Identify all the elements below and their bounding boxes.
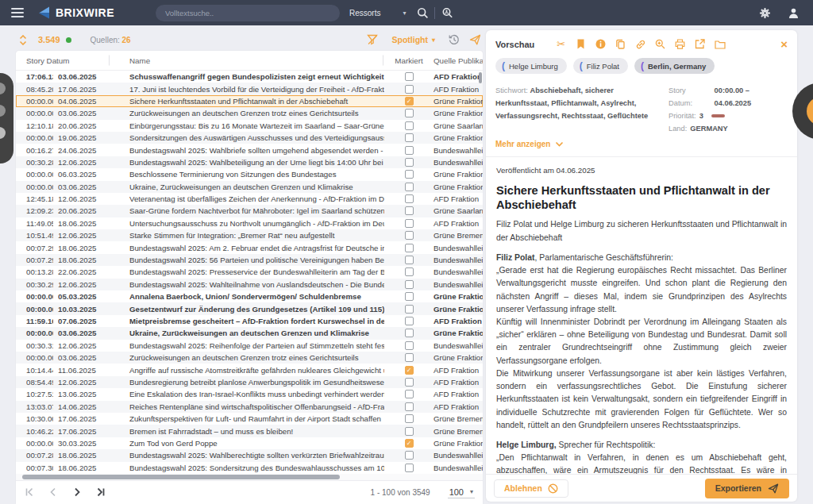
row-checkbox[interactable] (405, 206, 414, 215)
entity-chip[interactable]: (Filiz Polat (573, 58, 628, 74)
row-checkbox[interactable] (405, 267, 414, 276)
row-checkbox[interactable] (405, 219, 414, 228)
search-input[interactable] (165, 9, 330, 17)
row-checkbox[interactable] (405, 170, 414, 179)
row-checkbox[interactable] (405, 146, 414, 155)
table-row[interactable]: 00:30.2912.06.2025Bundestagswahl 2025: W… (16, 279, 483, 290)
row-checkbox[interactable] (405, 121, 414, 130)
page-size-select[interactable]: 100 ▾ (448, 487, 475, 498)
info-icon[interactable] (595, 38, 607, 50)
folder-icon[interactable] (714, 38, 726, 50)
table-row[interactable]: 00:00.0030.03.2025Zum Tod von Gerd Poppe… (16, 437, 483, 449)
row-checkbox[interactable] (405, 109, 414, 117)
table-row[interactable]: 00:00.0003.06.2025Ukraine, Zurückweisung… (16, 327, 483, 339)
scrollbar-thumb[interactable] (22, 475, 340, 479)
row-checkbox[interactable] (405, 402, 414, 411)
table-row[interactable]: 00:16.2724.06.2025Bundestagswahl 2025: W… (16, 144, 483, 156)
first-page-icon[interactable] (17, 483, 41, 501)
export-button[interactable]: Exportieren (705, 479, 789, 498)
table-row[interactable]: 10:46.2217.06.2025Bremen ist Fahrradstad… (16, 425, 483, 437)
table-row[interactable]: 11:59.1607.06.2025Mietpreisbremse gesche… (16, 315, 483, 327)
row-checkbox[interactable] (405, 464, 414, 472)
zoom-in-icon[interactable] (654, 38, 666, 50)
row-checkbox[interactable]: ✓ (405, 97, 414, 106)
link-icon[interactable] (634, 38, 646, 50)
table-row[interactable]: 00:30.3112.06.2025Bundestagswahl 2025: R… (16, 340, 483, 352)
table-row[interactable]: 00:00.0004.06.2025Sichere Herkunftsstaat… (16, 95, 483, 107)
table-row[interactable]: 00:30.2812.06.2025Bundestagswahl 2025: W… (16, 156, 483, 168)
row-checkbox[interactable] (405, 280, 414, 289)
row-checkbox[interactable] (405, 451, 414, 460)
row-checkbox[interactable] (405, 194, 414, 203)
print-icon[interactable] (674, 38, 686, 50)
next-page-icon[interactable] (65, 483, 89, 501)
row-checkbox[interactable] (405, 427, 414, 436)
table-row[interactable]: 00:00.0006.03.2025Beschlossene Terminier… (16, 168, 483, 180)
row-checkbox[interactable] (405, 292, 414, 301)
row-checkbox[interactable] (405, 133, 414, 142)
entity-chip[interactable]: (Berlin, Germany (634, 58, 715, 74)
row-checkbox[interactable] (405, 329, 414, 337)
table-row[interactable]: 08:45.2017.06.202517. Juni ist leuchtend… (16, 83, 483, 94)
table-row[interactable]: 00:07.3018.06.2025Bundestagswahl 2025: S… (16, 462, 483, 474)
search-icon[interactable] (414, 4, 431, 21)
vertical-scrollbar[interactable] (479, 72, 482, 83)
table-row[interactable]: 00:00.0019.06.2025Sondersitzungen des Au… (16, 132, 483, 144)
row-checkbox[interactable] (405, 341, 414, 350)
table-row[interactable]: 00:13.2822.06.2025Bundestagswahl 2025: P… (16, 266, 483, 278)
column-quelle[interactable]: Quelle Publika (433, 56, 483, 65)
spotlight-select[interactable]: Spotlight ▾ (391, 35, 435, 44)
row-checkbox[interactable] (405, 317, 414, 325)
table-row[interactable]: 12:10.1820.06.2025Einbürgerungsstau: Bis… (16, 120, 483, 132)
prev-page-icon[interactable] (41, 483, 65, 501)
entity-chip[interactable]: (Helge Limburg (495, 58, 567, 74)
copy-icon[interactable] (615, 38, 626, 50)
table-row[interactable]: 00:07.2918.06.2025Bundestagswahl 2025: A… (16, 241, 483, 253)
user-search-icon[interactable] (438, 4, 456, 21)
row-checkbox[interactable] (405, 378, 414, 387)
account-icon[interactable] (784, 4, 802, 21)
table-row[interactable]: 00:00.0005.03.2025Annalena Baerbock, Uni… (16, 290, 483, 302)
row-checkbox[interactable] (405, 390, 414, 398)
table-row[interactable]: 10:51.4912.06.2025Starke Stimmen für Int… (16, 229, 483, 241)
row-checkbox[interactable] (405, 305, 414, 314)
column-story-datum[interactable]: Story Datum (26, 56, 110, 65)
table-row[interactable]: 00:07.2818.06.2025Bundestagswahl 2025: W… (16, 449, 483, 461)
table-row[interactable]: 00:00.0010.03.2025Gesetzentwurf zur Ände… (16, 302, 483, 314)
table-row[interactable]: 10:14.4411.06.2025Angriffe auf russische… (16, 364, 483, 375)
scissors-icon[interactable]: ✂ (555, 38, 567, 50)
row-checkbox[interactable] (405, 414, 414, 423)
table-row[interactable]: 17:06.1303.06.2025Schusswaffenangriff ge… (16, 71, 483, 83)
menu-icon[interactable] (11, 8, 24, 17)
row-checkbox[interactable]: ✓ (405, 366, 414, 375)
mehr-anzeigen-link[interactable]: Mehr anzeigen (486, 135, 797, 156)
bookmark-icon[interactable] (575, 38, 587, 50)
history-icon[interactable] (446, 32, 462, 48)
brand[interactable]: BRIXWIRE (38, 6, 114, 19)
table-row[interactable]: 12:09.2320.06.2025Saar-Grüne fordern Nac… (16, 205, 483, 217)
reject-button[interactable]: Ablehnen (494, 479, 568, 498)
table-row[interactable]: 10:30.0017.06.2025Zukunftsperspektiven f… (16, 413, 483, 425)
table-row[interactable]: 13:03.0714.06.2025Reiches Rentenpläne si… (16, 401, 483, 413)
sort-icon[interactable] (19, 35, 27, 45)
table-row[interactable]: 10:27.5113.06.2025Eine Eskalation des Ir… (16, 388, 483, 400)
table-row[interactable]: 00:00.0003.06.2025Zurückweisungen an deu… (16, 107, 483, 119)
horizontal-scrollbar[interactable] (16, 474, 483, 480)
row-checkbox[interactable] (405, 256, 414, 264)
close-icon[interactable]: × (780, 38, 788, 50)
row-checkbox[interactable] (405, 183, 414, 191)
table-row[interactable]: 00:07.2918.06.2025Bundestagswahl 2025: 5… (16, 254, 483, 266)
filter-off-icon[interactable] (364, 32, 380, 48)
row-checkbox[interactable] (405, 353, 414, 362)
row-checkbox[interactable]: ✓ (405, 439, 414, 448)
send-icon[interactable] (467, 32, 483, 48)
row-checkbox[interactable] (405, 158, 414, 167)
open-in-new-icon[interactable] (694, 38, 706, 50)
table-row[interactable]: 12:45.1812.06.2025Veteranentag ist überf… (16, 193, 483, 205)
column-name[interactable]: Name (115, 56, 384, 65)
settings-icon[interactable] (756, 4, 773, 21)
table-row[interactable]: 00:00.0003.06.2025Zurückweisungen an deu… (16, 352, 483, 364)
row-checkbox[interactable] (405, 244, 414, 252)
last-page-icon[interactable] (89, 483, 113, 501)
ressorts-select[interactable]: Ressorts ▾ (349, 9, 406, 17)
